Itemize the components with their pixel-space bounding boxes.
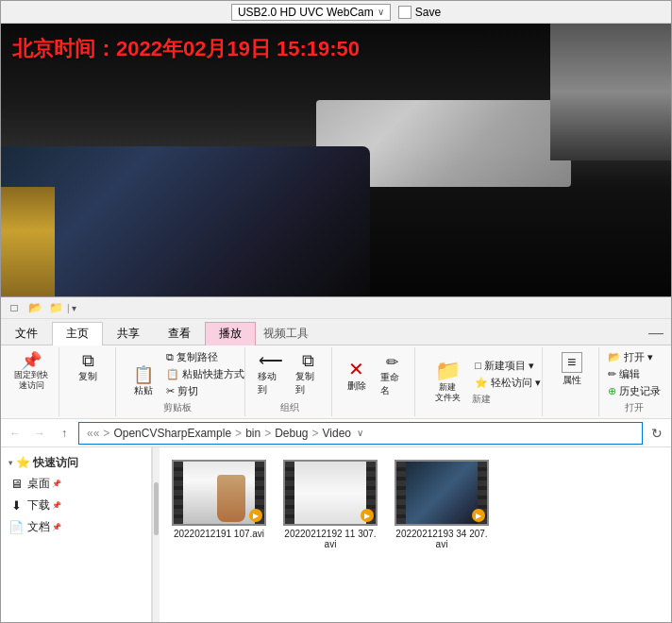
copy-btn[interactable]: ⧉ 复制 — [65, 349, 110, 386]
forward-btn[interactable]: → — [29, 423, 50, 444]
tab-video-tools[interactable]: 播放 — [205, 322, 256, 345]
move-to-icon: ⟵ — [259, 352, 283, 369]
address-bar: ← → ↑ «« > OpenCVSharpExample > bin > De… — [1, 419, 671, 447]
timestamp-overlay: 北京时间：2022年02月19日 15:19:50 — [12, 35, 360, 63]
pin-indicator-downloads: 📌 — [52, 501, 61, 510]
path-seg-3: Video — [323, 427, 351, 440]
file-item-2[interactable]: ▶ 20220212193 34 207.avi — [390, 455, 494, 554]
sidebar-label-desktop: 桌面 — [27, 476, 50, 492]
quick-access-toolbar: □ 📂 📁 | ▾ — [1, 297, 671, 319]
sidebar-label-documents: 文档 — [27, 519, 50, 535]
film-mark-1: ▶ — [361, 509, 374, 522]
qa-folder-btn[interactable]: 📁 — [46, 298, 65, 317]
tab-home[interactable]: 主页 — [52, 322, 103, 345]
file-name-2: 20220212193 34 207.avi — [395, 529, 489, 549]
move-to-btn[interactable]: ⟵ 移动到 — [253, 349, 288, 399]
path-seg-0: OpenCVSharpExample — [113, 427, 231, 440]
file-item-1[interactable]: ▶ 20220212192 11 307.avi — [278, 455, 382, 554]
new-folder-btn[interactable]: 📁 新建文件夹 — [423, 358, 472, 406]
ribbon-section-open: 📂 打开 ▾ ✏ 编辑 ⊕ 历史记录 打开 — [601, 347, 667, 416]
quick-access-label: ⭐ 快速访问 — [16, 455, 78, 471]
paste-shortcut-btn[interactable]: 📋 粘贴快捷方式 — [163, 366, 247, 382]
paste-shortcut-icon: 📋 — [166, 368, 179, 380]
properties-btn[interactable]: ≡ 属性 — [549, 349, 595, 390]
new-small-buttons: □ 新建项目 ▾ ⭐ 轻松访问 ▾ 新建 — [472, 358, 544, 406]
new-section-label: 新建 — [472, 391, 544, 406]
sidebar-item-downloads[interactable]: ⬇ 下载 📌 — [1, 495, 151, 516]
sidebar-label-downloads: 下载 — [27, 497, 50, 514]
delete-btn[interactable]: ✕ 删除 — [340, 357, 374, 396]
content-area: ▾ ⭐ 快速访问 🖥 桌面 📌 ⬇ 下载 📌 📄 文档 📌 — [1, 447, 671, 622]
qa-dropdown-arrow[interactable]: ▾ — [72, 303, 76, 313]
path-sep-0: > — [103, 427, 109, 440]
cut-btn[interactable]: ✂ 剪切 — [163, 383, 247, 399]
webcam-topbar: USB2.0 HD UVC WebCam ∨ Save — [1, 1, 671, 24]
sidebar-scrollbar-thumb — [154, 482, 159, 535]
address-dropdown-arrow[interactable]: ∨ — [357, 428, 363, 438]
sidebar-scrollbar[interactable] — [152, 447, 160, 622]
clipboard-small-buttons: ⧉ 复制路径 📋 粘贴快捷方式 ✂ 剪切 剪贴板 — [163, 349, 247, 414]
address-path[interactable]: «« > OpenCVSharpExample > bin > Debug > … — [78, 422, 643, 445]
sidebar-quick-access-header[interactable]: ▾ ⭐ 快速访问 — [1, 451, 151, 473]
paste-icon: 📋 — [133, 366, 154, 383]
sidebar: ▾ ⭐ 快速访问 🖥 桌面 📌 ⬇ 下载 📌 📄 文档 📌 — [1, 447, 152, 622]
properties-icon: ≡ — [562, 352, 582, 373]
film-mark-0: ▶ — [249, 509, 262, 522]
qa-new-btn[interactable]: □ — [5, 298, 24, 317]
ribbon-section-copy: ⧉ 复制 — [61, 347, 116, 416]
save-checkbox-area: Save — [398, 6, 441, 19]
tab-file[interactable]: 文件 — [1, 322, 52, 345]
desktop-icon: 🖥 — [8, 477, 24, 491]
tab-share[interactable]: 共享 — [103, 322, 154, 345]
webcam-window: USB2.0 HD UVC WebCam ∨ Save 北京时间：2022年02… — [0, 0, 672, 297]
device-label: USB2.0 HD UVC WebCam — [238, 6, 374, 19]
tab-view[interactable]: 查看 — [154, 322, 205, 345]
downloads-icon: ⬇ — [8, 498, 24, 513]
ribbon-tabs: 文件 主页 共享 查看 播放 视频工具 — — [1, 319, 671, 345]
save-checkbox[interactable] — [398, 6, 412, 19]
file-thumbnail-1: ▶ — [283, 460, 378, 526]
path-arrow: «« — [87, 427, 99, 440]
webcam-video-area: 北京时间：2022年02月19日 15:19:50 — [1, 24, 671, 296]
ribbon-section-delete-rename: ✕ 删除 ✏ 重命名 - — [334, 347, 415, 416]
history-btn[interactable]: ⊕ 历史记录 — [605, 383, 664, 399]
camera-scene — [1, 24, 671, 296]
refresh-btn[interactable]: ↻ — [647, 423, 667, 444]
path-sep-3: > — [312, 427, 319, 440]
path-sep-1: > — [235, 427, 242, 440]
open-btn[interactable]: 📂 打开 ▾ — [605, 349, 664, 365]
camera-right-area — [550, 24, 671, 160]
file-thumbnail-2: ▶ — [395, 460, 489, 526]
edit-btn[interactable]: ✏ 编辑 — [605, 366, 664, 382]
easy-access-btn[interactable]: ⭐ 轻松访问 ▾ — [472, 375, 544, 391]
path-seg-2: Debug — [275, 427, 308, 440]
tab-play-label[interactable]: 视频工具 — [256, 323, 316, 345]
cut-icon: ✂ — [166, 385, 175, 397]
pin-to-quickaccess-btn[interactable]: 📌 固定到快速访问 — [8, 349, 54, 394]
sidebar-item-documents[interactable]: 📄 文档 📌 — [1, 516, 151, 538]
new-item-btn[interactable]: □ 新建项目 ▾ — [472, 358, 544, 374]
copy-path-btn[interactable]: ⧉ 复制路径 — [163, 349, 247, 365]
file-thumbnail-0: ▶ — [172, 460, 266, 526]
device-dropdown[interactable]: USB2.0 HD UVC WebCam ∨ — [231, 4, 391, 21]
new-folder-icon: 📁 — [435, 361, 461, 381]
file-grid: ▶ 20220212191 107.avi ▶ 20220212192 11 3… — [160, 447, 671, 622]
path-seg-1: bin — [245, 427, 260, 440]
rename-icon: ✏ — [386, 355, 398, 370]
back-btn[interactable]: ← — [5, 423, 25, 444]
quick-access-expand-icon: ▾ — [8, 459, 12, 467]
up-btn[interactable]: ↑ — [54, 423, 75, 444]
rename-btn[interactable]: ✏ 重命名 — [376, 352, 410, 400]
camera-left-strip — [1, 187, 55, 296]
paste-btn[interactable]: 📋 粘贴 — [124, 363, 163, 400]
sidebar-item-desktop[interactable]: 🖥 桌面 📌 — [1, 473, 151, 495]
pin-icon: 📌 — [21, 352, 42, 369]
copy-icon: ⧉ — [82, 352, 94, 369]
minimize-ribbon-btn[interactable]: — — [641, 326, 671, 341]
file-item-0[interactable]: ▶ 20220212191 107.avi — [167, 455, 271, 554]
documents-icon: 📄 — [8, 520, 24, 534]
copy-to-btn[interactable]: ⧉ 复制到 — [291, 349, 326, 399]
qa-open-btn[interactable]: 📂 — [25, 298, 44, 317]
dropdown-arrow-icon: ∨ — [378, 7, 384, 17]
ribbon-section-pin: 📌 固定到快速访问 — [5, 347, 59, 416]
